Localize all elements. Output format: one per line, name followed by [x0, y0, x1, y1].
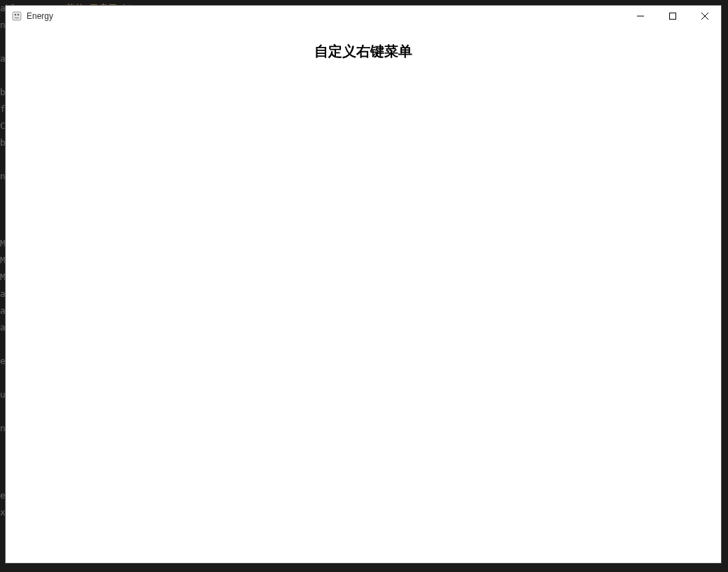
close-button[interactable]: [689, 6, 721, 27]
svg-rect-4: [670, 13, 676, 20]
app-window: Energy 自定义右键菜单: [5, 5, 722, 564]
content-area[interactable]: 自定义右键菜单: [6, 27, 721, 563]
window-title: Energy: [27, 11, 624, 21]
svg-rect-0: [13, 12, 21, 20]
page-heading: 自定义右键菜单: [314, 42, 412, 61]
svg-point-1: [15, 14, 16, 15]
close-icon: [701, 13, 708, 20]
titlebar[interactable]: Energy: [6, 6, 721, 27]
maximize-icon: [669, 13, 676, 20]
svg-point-2: [18, 14, 19, 15]
window-controls: [624, 6, 721, 27]
minimize-icon: [637, 13, 644, 20]
minimize-button[interactable]: [624, 6, 657, 27]
app-icon: [11, 11, 22, 22]
maximize-button[interactable]: [657, 6, 689, 27]
